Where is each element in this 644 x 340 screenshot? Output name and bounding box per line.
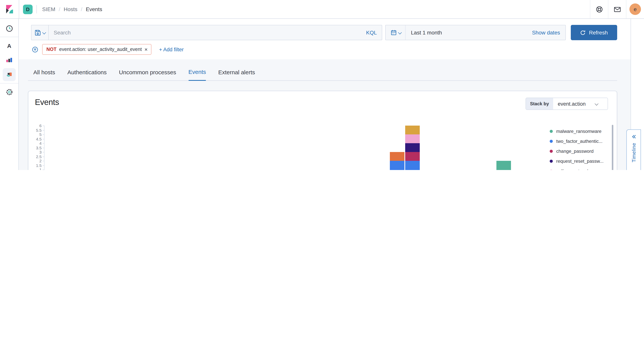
legend-dot bbox=[550, 140, 553, 143]
bar-segment-self_accept_eula[interactable] bbox=[405, 134, 420, 143]
tab-events[interactable]: Events bbox=[188, 69, 206, 81]
search-input[interactable] bbox=[49, 29, 361, 36]
y-axis-tick-label: 4.5 bbox=[30, 137, 42, 141]
legend-label: change_password bbox=[556, 149, 594, 154]
newsfeed-button[interactable] bbox=[608, 0, 626, 18]
legend-label: two_factor_authentic... bbox=[556, 139, 602, 144]
sidebar-item-apm[interactable]: A bbox=[0, 38, 18, 53]
breadcrumb-separator: / bbox=[81, 6, 82, 12]
y-axis-tick-label: 2.5 bbox=[30, 154, 42, 159]
user-menu-button[interactable]: e bbox=[626, 0, 644, 18]
kql-syntax-button[interactable]: KQL bbox=[361, 29, 382, 36]
timeline-toggle-button[interactable]: Timeline bbox=[626, 129, 641, 170]
date-picker: Last 1 month Show dates bbox=[385, 25, 566, 40]
double-chevron-left-icon bbox=[631, 134, 636, 139]
kibana-logo-icon bbox=[4, 4, 14, 14]
chevron-down-icon bbox=[42, 30, 46, 34]
refresh-button[interactable]: Refresh bbox=[571, 25, 617, 40]
gear-icon bbox=[6, 88, 13, 96]
save-icon bbox=[34, 29, 41, 36]
add-filter-button[interactable]: + Add filter bbox=[159, 46, 184, 52]
breadcrumb: SIEM / Hosts / Events bbox=[42, 6, 102, 12]
remove-filter-icon[interactable]: × bbox=[144, 47, 148, 52]
show-dates-button[interactable]: Show dates bbox=[532, 29, 566, 36]
main-area: KQL Last 1 month Show dates bbox=[19, 19, 644, 170]
date-quick-menu-button[interactable] bbox=[386, 25, 406, 40]
y-axis-tick-label: 4 bbox=[30, 141, 42, 146]
tab-external-alerts[interactable]: External alerts bbox=[218, 69, 255, 80]
legend-item-self_accept_eula[interactable]: self_accept_eula bbox=[550, 166, 608, 170]
stack-by-label: Stack by bbox=[526, 98, 553, 110]
y-axis-tick-label: 1.5 bbox=[30, 163, 42, 168]
tab-authentications[interactable]: Authentications bbox=[67, 69, 106, 80]
filter-negation: NOT bbox=[46, 47, 56, 52]
clock-icon bbox=[6, 25, 13, 32]
bar-segment-change_password[interactable] bbox=[405, 152, 420, 161]
topbar-actions: e bbox=[590, 0, 644, 18]
bar-segment-stream_started[interactable] bbox=[390, 152, 404, 161]
bar-segment-two_factor_authenticate[interactable] bbox=[405, 161, 420, 170]
legend-dot bbox=[550, 170, 553, 170]
y-axis-tick-label: 5.5 bbox=[30, 128, 42, 132]
y-axis-tick-label: 5 bbox=[30, 132, 42, 137]
chart-panel-title: Events bbox=[35, 98, 59, 107]
bar-chart-icon bbox=[6, 57, 13, 63]
events-histogram: 00.511.522.533.544.555.562020-01-232020-… bbox=[35, 115, 610, 170]
breadcrumb-events: Events bbox=[86, 6, 102, 12]
y-axis-line bbox=[44, 126, 44, 170]
tabs: All hostsAuthenticationsUncommon process… bbox=[28, 65, 617, 81]
tab-uncommon-processes[interactable]: Uncommon processes bbox=[119, 69, 176, 80]
y-axis-tick-label: 6 bbox=[30, 123, 42, 128]
help-button[interactable] bbox=[590, 0, 608, 18]
active-app-highlight bbox=[3, 68, 16, 81]
legend-item-request_reset_passw-[interactable]: request_reset_passw... bbox=[550, 156, 608, 166]
bar-segment-malware_ransomware[interactable] bbox=[496, 161, 511, 170]
breadcrumb-hosts[interactable]: Hosts bbox=[64, 6, 78, 12]
stack-by-select[interactable]: event.action bbox=[553, 98, 608, 110]
legend-label: malware_ransomware bbox=[556, 129, 602, 134]
help-lifebuoy-icon bbox=[596, 5, 603, 13]
chart-legend: malware_ransomwaretwo_factor_authentic..… bbox=[550, 126, 608, 170]
saved-query-menu-button[interactable] bbox=[32, 25, 49, 40]
calendar-icon bbox=[390, 29, 397, 36]
filter-chip[interactable]: NOT event.action: user_activity_audit_ev… bbox=[42, 44, 152, 55]
legend-item-two_factor_authentic-[interactable]: two_factor_authentic... bbox=[550, 136, 608, 146]
mail-icon bbox=[614, 5, 621, 13]
legend-dot bbox=[550, 130, 553, 133]
query-bar: KQL Last 1 month Show dates bbox=[19, 19, 644, 59]
sidebar-item-management[interactable] bbox=[0, 85, 18, 99]
filter-icon bbox=[32, 46, 38, 53]
events-chart-panel: Events Stack by event.action 00.511.5 bbox=[28, 91, 617, 170]
bar-segment-user_authenticate[interactable] bbox=[405, 126, 420, 134]
filter-chip-label: event.action: user_activity_audit_event bbox=[59, 47, 142, 52]
legend-scrollbar[interactable] bbox=[612, 125, 613, 170]
sidebar-item-recently-viewed[interactable] bbox=[0, 21, 18, 36]
y-axis-tick-label: 3.5 bbox=[30, 145, 42, 150]
app-sidebar: A bbox=[0, 19, 19, 170]
kibana-siem-page: D SIEM / Hosts / Events bbox=[0, 0, 644, 170]
sidebar-item-visualize[interactable] bbox=[0, 53, 18, 67]
letter-a-icon: A bbox=[7, 42, 11, 49]
bar-segment-two_factor_authenticate[interactable] bbox=[390, 161, 404, 170]
space-badge[interactable]: D bbox=[23, 4, 32, 14]
search-bar: KQL bbox=[31, 25, 382, 40]
legend-item-malware_ransomware[interactable]: malware_ransomware bbox=[550, 126, 608, 136]
bar-segment-request_reset_password[interactable] bbox=[405, 143, 420, 152]
time-range-value[interactable]: Last 1 month bbox=[406, 29, 442, 36]
y-axis-tick-label: 1 bbox=[30, 167, 42, 170]
y-axis-tick-label: 2 bbox=[30, 159, 42, 163]
kibana-logo[interactable] bbox=[0, 0, 19, 18]
breadcrumb-siem[interactable]: SIEM bbox=[42, 6, 55, 12]
sidebar-item-siem-active[interactable] bbox=[0, 67, 18, 82]
legend-item-change_password[interactable]: change_password bbox=[550, 146, 608, 156]
tab-all-hosts[interactable]: All hosts bbox=[33, 69, 55, 80]
filter-bar: NOT event.action: user_activity_audit_ev… bbox=[31, 44, 617, 55]
page-content: All hostsAuthenticationsUncommon process… bbox=[19, 59, 644, 170]
filter-options-button[interactable] bbox=[32, 46, 38, 53]
legend-label: request_reset_passw... bbox=[556, 159, 604, 164]
stack-by-control: Stack by event.action bbox=[525, 98, 608, 110]
divider bbox=[36, 5, 37, 13]
chevron-down-icon bbox=[594, 102, 598, 106]
y-axis-tick-label: 3 bbox=[30, 150, 42, 154]
legend-dot bbox=[550, 150, 553, 153]
